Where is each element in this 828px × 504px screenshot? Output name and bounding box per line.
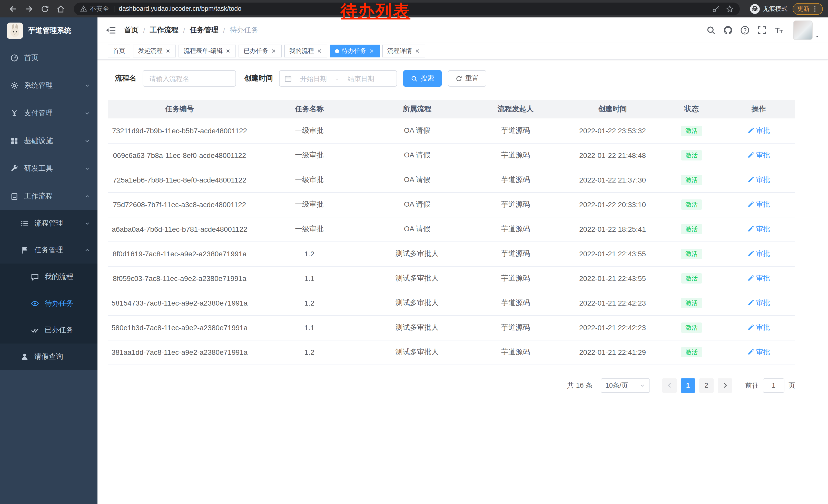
approve-link[interactable]: 审批 bbox=[747, 274, 770, 283]
browser-forward-icon[interactable] bbox=[25, 4, 33, 13]
search-button[interactable]: 搜索 bbox=[403, 70, 442, 87]
breadcrumb-item-2[interactable]: 任务管理 bbox=[190, 26, 218, 35]
tab-form-edit[interactable]: 流程表单-编辑 bbox=[178, 45, 236, 57]
breadcrumb: 首页/工作流程/任务管理/待办任务 bbox=[124, 26, 258, 35]
table-row: a6aba0a4-7b6d-11ec-b781-acde48001122 一级审… bbox=[108, 217, 795, 241]
page-size-select[interactable]: 10条/页 bbox=[601, 378, 650, 393]
breadcrumb-item-1[interactable]: 工作流程 bbox=[150, 26, 178, 35]
tab-close-icon[interactable] bbox=[271, 48, 277, 54]
sidebar-item-workflow[interactable]: 工作流程 bbox=[0, 183, 97, 210]
address-divider bbox=[114, 5, 114, 12]
sidebar-item-done-tasks[interactable]: 已办任务 bbox=[0, 317, 97, 343]
sidebar-item-my-process[interactable]: 我的流程 bbox=[0, 264, 97, 290]
approve-link[interactable]: 审批 bbox=[747, 151, 770, 160]
approve-link[interactable]: 审批 bbox=[747, 299, 770, 308]
tab-close-icon[interactable] bbox=[165, 48, 171, 54]
cell-process: 测试多审批人 bbox=[367, 241, 467, 266]
status-badge: 激活 bbox=[681, 298, 702, 308]
sidebar-item-dev-tools[interactable]: 研发工具 bbox=[0, 155, 97, 183]
github-icon[interactable] bbox=[723, 26, 733, 35]
tab-close-icon[interactable] bbox=[415, 48, 420, 54]
browser-back-icon[interactable] bbox=[9, 4, 17, 13]
flag-icon bbox=[20, 246, 29, 254]
cell-task-id: 725a1eb6-7b88-11ec-8ef0-acde48001122 bbox=[108, 168, 251, 192]
cell-action: 审批 bbox=[722, 217, 795, 241]
prev-page-button[interactable] bbox=[662, 378, 677, 393]
cell-task-name: 1.2 bbox=[251, 291, 367, 315]
bookmark-star-icon[interactable] bbox=[726, 5, 734, 12]
chevron-down-icon bbox=[84, 110, 90, 117]
page-number-2[interactable]: 2 bbox=[699, 378, 714, 393]
cell-process: 测试多审批人 bbox=[367, 291, 467, 315]
tab-start-process[interactable]: 发起流程 bbox=[133, 45, 176, 57]
edit-icon bbox=[747, 275, 754, 282]
sidebar-item-todo-tasks[interactable]: 待办任务 bbox=[0, 290, 97, 317]
tab-close-icon[interactable] bbox=[225, 48, 231, 54]
sidebar-collapse-icon[interactable] bbox=[106, 25, 116, 35]
sidebar-item-infrastructure[interactable]: 基础设施 bbox=[0, 127, 97, 155]
user-avatar-menu[interactable] bbox=[793, 20, 820, 40]
approve-link[interactable]: 审批 bbox=[747, 126, 770, 135]
process-name-input[interactable] bbox=[142, 70, 236, 87]
approve-link[interactable]: 审批 bbox=[747, 200, 770, 209]
sidebar-menu: 首页 系统管理 支付管理 基础设施 研发工具 工作流程 流程管理 任务管理 我的… bbox=[0, 44, 97, 370]
approve-link[interactable]: 审批 bbox=[747, 225, 770, 234]
tab-home[interactable]: 首页 bbox=[108, 45, 130, 57]
status-badge: 激活 bbox=[681, 224, 702, 235]
goto-page-input[interactable] bbox=[763, 378, 784, 393]
approve-link[interactable]: 审批 bbox=[747, 348, 770, 357]
status-badge: 激活 bbox=[681, 150, 702, 161]
reset-button[interactable]: 重置 bbox=[448, 70, 486, 87]
fullscreen-icon[interactable] bbox=[757, 26, 767, 35]
cell-task-name: 1.2 bbox=[251, 340, 367, 365]
tab-my-process[interactable]: 我的流程 bbox=[284, 45, 327, 57]
browser-home-icon[interactable] bbox=[56, 4, 65, 13]
cell-status: 激活 bbox=[661, 192, 722, 217]
chevron-up-icon bbox=[84, 193, 90, 199]
sidebar-item-payment[interactable]: 支付管理 bbox=[0, 99, 97, 127]
update-label: 更新 bbox=[797, 4, 810, 13]
browser-menu-icon[interactable] bbox=[812, 5, 818, 12]
browser-refresh-icon[interactable] bbox=[41, 4, 49, 13]
sidebar-item-system[interactable]: 系统管理 bbox=[0, 72, 97, 99]
tab-close-icon[interactable] bbox=[317, 48, 322, 54]
cell-created: 2022-01-21 22:43:55 bbox=[564, 241, 661, 266]
column-header-4: 创建时间 bbox=[564, 100, 661, 119]
page-number-1[interactable]: 1 bbox=[681, 378, 695, 393]
edit-icon bbox=[747, 177, 754, 183]
end-date-input[interactable] bbox=[341, 75, 380, 82]
sidebar-item-task-mgmt[interactable]: 任务管理 bbox=[0, 237, 97, 264]
edit-icon bbox=[747, 226, 754, 232]
key-icon[interactable] bbox=[712, 5, 720, 12]
table-header-row: 任务编号任务名称所属流程流程发起人创建时间状态操作 bbox=[108, 100, 795, 119]
tab-process-detail[interactable]: 流程详情 bbox=[382, 45, 425, 57]
sidebar-item-process-mgmt[interactable]: 流程管理 bbox=[0, 210, 97, 237]
status-badge: 激活 bbox=[681, 347, 702, 358]
help-icon[interactable] bbox=[740, 26, 749, 35]
tab-todo-tasks[interactable]: 待办任务 bbox=[330, 45, 380, 57]
approve-link[interactable]: 审批 bbox=[747, 249, 770, 259]
screenshot-root: 不安全 dashboard.yudao.iocoder.cn/bpm/task/… bbox=[0, 0, 828, 504]
next-page-button[interactable] bbox=[718, 378, 732, 393]
cell-initiator: 芋道源码 bbox=[467, 192, 564, 217]
search-button-icon bbox=[411, 75, 418, 82]
tab-done-tasks[interactable]: 已办任务 bbox=[239, 45, 282, 57]
column-header-2: 所属流程 bbox=[367, 100, 467, 119]
approve-link[interactable]: 审批 bbox=[747, 323, 770, 332]
approve-link[interactable]: 审批 bbox=[747, 175, 770, 185]
sidebar-item-home[interactable]: 首页 bbox=[0, 44, 97, 72]
app-title: 芋道管理系统 bbox=[28, 26, 71, 35]
search-button-label: 搜索 bbox=[421, 74, 434, 83]
search-icon[interactable] bbox=[706, 26, 716, 35]
column-header-0: 任务编号 bbox=[108, 100, 251, 119]
date-range-picker[interactable]: - bbox=[279, 70, 397, 87]
cell-process: OA 请假 bbox=[367, 192, 467, 217]
browser-update-button[interactable]: 更新 bbox=[793, 3, 823, 15]
breadcrumb-item-0[interactable]: 首页 bbox=[124, 26, 138, 35]
cell-task-name: 一级审批 bbox=[251, 168, 367, 192]
start-date-input[interactable] bbox=[294, 75, 333, 82]
sidebar-item-leave-query[interactable]: 请假查询 bbox=[0, 343, 97, 370]
tab-close-icon[interactable] bbox=[369, 48, 374, 54]
edit-icon bbox=[747, 250, 754, 257]
font-size-icon[interactable] bbox=[774, 26, 783, 35]
